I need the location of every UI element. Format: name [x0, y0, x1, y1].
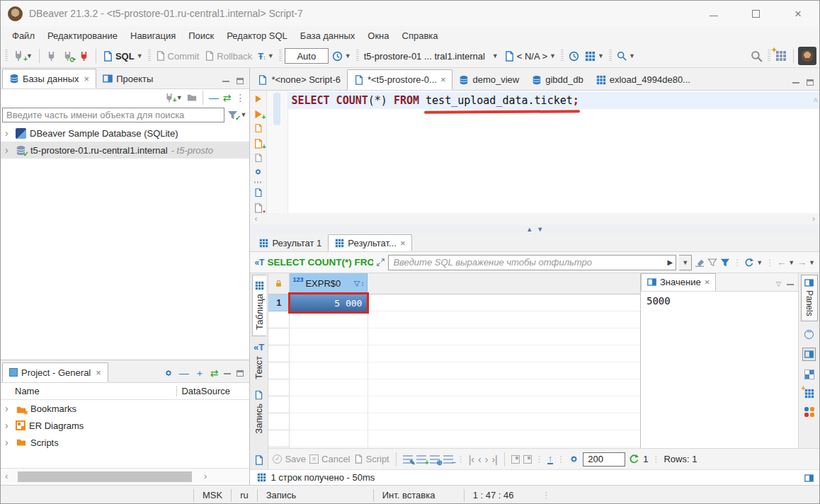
tree-item-bookmarks[interactable]: › ★ Bookmarks	[1, 400, 249, 417]
close-button[interactable]: ×	[794, 10, 802, 18]
scroll-left-icon[interactable]: ‹	[254, 214, 257, 224]
minimize-view-icon[interactable]	[792, 81, 799, 84]
tab-script-7-active[interactable]: *<t5-prostore-0... ×	[347, 69, 453, 90]
expander-icon[interactable]: ›	[5, 144, 12, 156]
file-association-icon[interactable]: ▪	[254, 202, 263, 213]
column-filter-sort-icon[interactable]: ↕	[353, 280, 364, 287]
export-results-icon[interactable]	[254, 454, 264, 465]
transaction-log-button[interactable]: Ŧ: ▼	[256, 50, 276, 63]
maximize-view-icon[interactable]	[237, 370, 244, 377]
editor-scroll-up-icon[interactable]: ˄	[813, 92, 818, 109]
perspective-switch-icon[interactable]: ✦	[773, 49, 789, 63]
maximize-button[interactable]	[752, 10, 760, 18]
panel-menu-icon[interactable]: ▽	[776, 280, 781, 287]
tree-item-scripts[interactable]: › Scripts	[1, 434, 249, 451]
close-tab-icon[interactable]: ×	[96, 367, 101, 378]
tab-result-2-active[interactable]: Результат... ×	[328, 234, 412, 251]
add-row-button[interactable]: +	[416, 455, 426, 464]
clear-filter-eraser-icon[interactable]	[695, 258, 705, 268]
tab-project-general[interactable]: Project - General ×	[2, 362, 108, 382]
link-with-editor-button[interactable]: ⇄	[210, 368, 219, 378]
row-number-cell[interactable]: 1	[268, 294, 290, 311]
expand-filter-icon[interactable]	[376, 258, 385, 267]
filter-expression-input[interactable]	[389, 256, 667, 270]
column-name-header[interactable]: Name	[1, 386, 176, 396]
tab-databases[interactable]: Базы данных ×	[2, 69, 96, 88]
transaction-mode-button[interactable]: ▼	[330, 50, 353, 63]
grid-row-1[interactable]: 1 5 000	[268, 294, 640, 311]
expander-icon[interactable]: ›	[5, 403, 12, 414]
execute-script-new-tab-button[interactable]: +	[254, 137, 263, 149]
grouping-panel-icon[interactable]	[804, 330, 814, 339]
minimize-panel-icon[interactable]	[787, 283, 794, 285]
close-tab-icon[interactable]: ×	[400, 238, 406, 248]
menu-help[interactable]: Справка	[397, 28, 444, 43]
fetch-page-button[interactable]	[511, 455, 520, 464]
data-grid[interactable]: 123 EXPR$0 ↕ 1 5 000	[268, 273, 640, 448]
object-search-input[interactable]	[2, 108, 224, 122]
new-folder-button[interactable]	[187, 93, 197, 103]
script-button[interactable]: Script	[354, 454, 389, 464]
view-menu-button[interactable]: ⋮	[235, 93, 245, 103]
active-connection-combo[interactable]: t5-prostore-01 ... tral1.internal ▼	[362, 50, 501, 63]
selected-value-cell[interactable]: 5 000	[290, 294, 368, 311]
menu-sql-editor[interactable]: Редактор SQL	[221, 28, 293, 43]
tree-item-er-diagrams[interactable]: › ER Diagrams	[1, 417, 249, 434]
maximize-view-icon[interactable]	[237, 78, 244, 84]
connect-button[interactable]	[44, 50, 59, 63]
scrollbar-thumb[interactable]	[18, 471, 192, 482]
first-row-button[interactable]: |‹	[469, 454, 474, 465]
filter-objects-button[interactable]: ✓ ▼	[227, 110, 246, 120]
toolbar-grip[interactable]	[148, 50, 151, 62]
last-row-button[interactable]: ›|	[491, 454, 497, 465]
value-panel-toggle-icon[interactable]	[802, 348, 816, 361]
results-settings-gear-icon[interactable]	[569, 454, 579, 464]
tree-item-sample-database[interactable]: › DBeaver Sample Database (SQLite)	[1, 125, 249, 142]
menu-navigate[interactable]: Навигация	[125, 28, 181, 43]
calc-panel-icon[interactable]	[804, 370, 814, 379]
project-horizontal-scrollbar[interactable]: ‹ ›	[1, 468, 249, 485]
duplicate-row-button[interactable]: ⊕	[430, 455, 440, 464]
menu-file[interactable]: Файл	[6, 28, 40, 43]
quick-access-search-icon[interactable]	[748, 49, 765, 64]
value-viewer-content[interactable]: 5000	[641, 292, 798, 448]
tree-item-t5-prostore[interactable]: › ✓ t5-prostore-01.ru-central1.internal …	[1, 142, 249, 159]
editor-results-sash[interactable]: ▲ ▼	[250, 224, 819, 234]
collapse-all-button[interactable]: —	[209, 93, 219, 103]
new-connection-button[interactable]: + ▼	[11, 49, 35, 63]
delete-row-button[interactable]: −	[443, 455, 453, 464]
expand-all-button[interactable]: ＋	[195, 368, 205, 378]
content-assist-icon[interactable]: ▶	[668, 258, 676, 266]
row-header-corner[interactable]	[268, 273, 290, 294]
insert-mode-indicator[interactable]: Инт. вставка	[373, 489, 464, 502]
dashboard-button[interactable]	[566, 50, 581, 63]
caret-position-indicator[interactable]: 1 : 47 : 46	[464, 489, 535, 502]
active-schema-combo[interactable]: < N/A > ▼	[502, 50, 558, 63]
edit-cell-button[interactable]: ✎	[403, 455, 413, 464]
sash-down-icon[interactable]: ▼	[537, 226, 543, 233]
sash-up-icon[interactable]: ▲	[526, 226, 533, 233]
rollback-button[interactable]: Rollback	[203, 50, 254, 63]
previous-row-button[interactable]: ‹	[478, 454, 482, 465]
editor-settings-gear-icon[interactable]	[253, 167, 263, 176]
apply-filter-funnel-icon[interactable]	[707, 258, 717, 268]
refresh-icon[interactable]	[629, 454, 639, 464]
menu-window[interactable]: Окна	[362, 28, 394, 43]
column-datasource-header[interactable]: DataSource	[176, 386, 249, 396]
tab-exload[interactable]: exload_4994de80...	[590, 69, 697, 90]
reconnect-button[interactable]: ⟳	[60, 50, 75, 63]
panels-toggle-button[interactable]: Panels	[801, 275, 818, 321]
menu-edit[interactable]: Редактирование	[42, 28, 123, 43]
minimize-button[interactable]	[710, 11, 718, 16]
toolbar-grip[interactable]	[609, 50, 612, 62]
scroll-right-icon[interactable]: ›	[812, 214, 815, 224]
write-mode-indicator[interactable]: Запись	[257, 489, 336, 502]
dbeaver-perspective-button[interactable]	[798, 47, 816, 65]
expander-icon[interactable]: ›	[5, 420, 12, 431]
aggregate-panel-icon[interactable]	[804, 407, 814, 417]
maximize-results-icon[interactable]	[804, 474, 814, 483]
toolbar-grip[interactable]	[561, 50, 564, 62]
tab-projects[interactable]: Проекты	[96, 69, 159, 88]
tab-result-1[interactable]: Результат 1	[253, 234, 328, 251]
menu-database[interactable]: База данных	[295, 28, 360, 43]
